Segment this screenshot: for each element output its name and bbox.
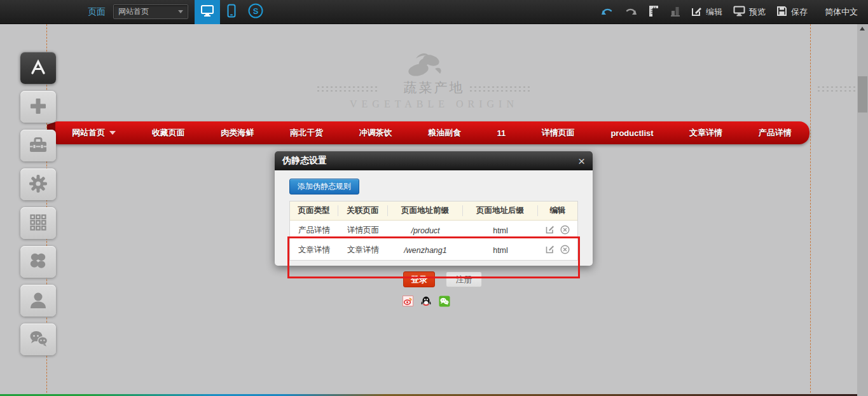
wechat-icon[interactable] [439, 296, 450, 307]
dialog-title: 伪静态设置 [282, 155, 327, 167]
pseudo-static-settings-dialog: 伪静态设置 × 添加伪静态规则 页面类型 关联页面 页面地址前缀 页面地址后缀 … [275, 151, 593, 266]
login-button[interactable]: 登录 [403, 271, 435, 287]
columns-icon [670, 5, 680, 18]
toolbox-icon [28, 136, 48, 156]
cell-linked-page: 详情页面 [338, 225, 388, 236]
edit-pencil-icon [691, 6, 702, 18]
plus-icon [29, 97, 48, 118]
wechat-module-button[interactable] [20, 324, 56, 355]
scrollbar-thumb[interactable] [858, 76, 867, 113]
site-logo-title: 蔬菜产地 [0, 79, 868, 97]
edit-row-icon[interactable] [546, 245, 555, 256]
design-link-button[interactable]: S [243, 0, 268, 24]
desktop-icon [200, 4, 214, 19]
site-logo-subtitle: VEGETABLE ORIGIN [0, 99, 868, 110]
cell-url-suffix: html [463, 246, 538, 255]
user-icon [29, 290, 48, 311]
col-header-edit: 编辑 [538, 205, 577, 216]
chevron-down-icon [109, 131, 116, 135]
nav-item-detail-page[interactable]: 详情页面 [542, 127, 575, 139]
rules-table: 页面类型 关联页面 页面地址前缀 页面地址后缀 编辑 产品详情 详情页面 /pr… [289, 201, 578, 261]
site-nav-bar: 网站首页 收藏页面 肉类海鲜 南北干货 冲调茶饮 粮油副食 11 详情页面 pr… [54, 121, 809, 144]
col-header-page-type: 页面类型 [290, 205, 338, 216]
table-row: 产品详情 详情页面 /product html [290, 221, 577, 240]
app-design-button[interactable] [20, 52, 56, 84]
nav-item-article-detail[interactable]: 文章详情 [689, 127, 722, 139]
clover-icon [29, 252, 48, 273]
dialog-body: 添加伪静态规则 页面类型 关联页面 页面地址前缀 页面地址后缀 编辑 产品详情 … [275, 170, 593, 261]
nav-item-productlist[interactable]: productlist [610, 128, 653, 138]
redo-button[interactable] [624, 6, 637, 18]
col-header-url-prefix: 页面地址前缀 [388, 205, 463, 216]
edit-button-label: 编辑 [706, 6, 722, 18]
redo-icon [624, 6, 637, 18]
editor-canvas: 蔬菜产地 VEGETABLE ORIGIN 网站首页 收藏页面 肉类海鲜 南北干… [0, 24, 868, 396]
settings-button[interactable] [20, 168, 56, 200]
circle-s-icon: S [247, 3, 264, 21]
grid-icon [29, 214, 47, 233]
decorative-dots-right [469, 85, 530, 93]
cell-linked-page: 文章详情 [338, 245, 388, 256]
left-tool-rail [20, 52, 56, 362]
qq-icon[interactable] [420, 296, 432, 307]
delete-row-icon[interactable] [560, 245, 570, 256]
mobile-view-button[interactable] [220, 0, 243, 24]
close-icon[interactable]: × [578, 155, 585, 167]
nav-item-grain-oil[interactable]: 粮油副食 [428, 127, 461, 139]
vegetable-logo-icon [403, 50, 445, 81]
save-button[interactable]: 保存 [776, 6, 808, 18]
page-label: 页面 [88, 6, 106, 18]
col-header-url-suffix: 页面地址后缀 [463, 205, 538, 216]
nav-item-home[interactable]: 网站首页 [72, 127, 116, 139]
add-pseudo-static-rule-button[interactable]: 添加伪静态规则 [289, 179, 359, 195]
ruler-icon [648, 4, 659, 19]
nav-item-meat-seafood[interactable]: 肉类海鲜 [221, 127, 254, 139]
mobile-phone-icon [227, 4, 236, 20]
edit-row-icon[interactable] [546, 225, 555, 236]
toolbox-button[interactable] [20, 130, 56, 161]
top-toolbar: 页面 网站首页 S [0, 0, 868, 24]
desktop-view-button[interactable] [195, 0, 220, 24]
widgets-button[interactable] [20, 246, 56, 278]
nav-item-product-detail[interactable]: 产品详情 [759, 127, 792, 139]
nav-item-tea-drinks[interactable]: 冲调茶饮 [359, 127, 392, 139]
language-switcher[interactable]: 简体中文 [825, 6, 858, 18]
table-row: 文章详情 文章详情 /wenzhang1 html [290, 240, 577, 260]
preview-button[interactable]: 预览 [733, 6, 766, 18]
register-button[interactable]: 注册 [446, 271, 482, 287]
preview-monitor-icon [733, 6, 745, 18]
cell-url-prefix: /wenzhang1 [388, 246, 463, 255]
ruler-button[interactable] [648, 4, 659, 19]
app-window: 页面 网站首页 S [0, 0, 868, 396]
page-select-value: 网站首页 [118, 6, 149, 17]
chevron-down-icon [178, 10, 183, 13]
svg-text:S: S [253, 6, 259, 16]
columns-button[interactable] [670, 5, 680, 18]
nav-item-dry-goods[interactable]: 南北干货 [290, 127, 323, 139]
vertical-scrollbar[interactable] [857, 24, 868, 396]
weibo-icon[interactable] [403, 296, 413, 307]
decorative-dots-left [316, 85, 377, 93]
user-button[interactable] [20, 285, 56, 317]
undo-button[interactable] [601, 6, 614, 18]
cell-page-type: 产品详情 [290, 225, 338, 236]
nav-item-11[interactable]: 11 [497, 128, 506, 138]
social-icons-row [403, 296, 450, 307]
app-design-icon [28, 58, 48, 79]
decorative-dots-far-right [816, 85, 856, 93]
modules-grid-button[interactable] [20, 207, 56, 239]
gear-icon [29, 174, 48, 195]
nav-item-favorites[interactable]: 收藏页面 [152, 127, 185, 139]
add-module-button[interactable] [20, 91, 56, 123]
chat-bubbles-icon [28, 330, 48, 350]
cell-page-type: 文章详情 [290, 245, 338, 256]
cell-url-prefix: /product [388, 226, 463, 235]
scrollbar-up-arrow[interactable] [860, 27, 865, 31]
rules-table-header: 页面类型 关联页面 页面地址前缀 页面地址后缀 编辑 [290, 201, 577, 221]
dialog-titlebar[interactable]: 伪静态设置 × [275, 151, 593, 170]
login-register-row: 登录 注册 [403, 271, 482, 287]
edit-button[interactable]: 编辑 [691, 6, 722, 18]
page-select-dropdown[interactable]: 网站首页 [113, 4, 188, 19]
delete-row-icon[interactable] [560, 225, 570, 236]
save-button-label: 保存 [791, 6, 808, 18]
